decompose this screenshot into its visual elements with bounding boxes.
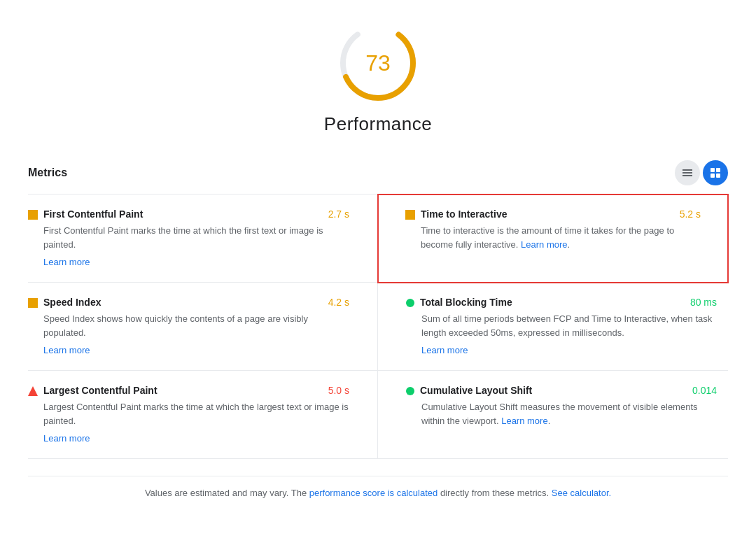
cls-description: Cumulative Layout Shift measures the mov… [406,400,717,427]
si-name: Speed Index [43,297,101,308]
svg-rect-5 [710,168,715,172]
metrics-header: Metrics [28,160,728,185]
score-section: 73 Performance [28,0,728,149]
tbt-description: Sum of all time periods between FCP and … [406,312,717,339]
si-status-icon [28,298,38,308]
fcp-description: First Contentful Paint marks the time at… [28,224,349,251]
metric-cls-title-row: Cumulative Layout Shift [406,385,532,396]
metrics-grid: First Contentful Paint 2.7 s First Conte… [28,194,728,459]
metric-si-header: Speed Index 4.2 s [28,297,349,308]
fcp-learn-more-link[interactable]: Learn more [28,257,90,267]
fcp-status-icon [28,210,38,220]
fcp-value: 2.7 s [328,208,349,220]
svg-rect-3 [682,172,692,174]
metric-fcp-header: First Contentful Paint 2.7 s [28,208,349,220]
lcp-value: 5.0 s [328,385,349,396]
metrics-title: Metrics [28,167,67,179]
cls-learn-more-inline-link[interactable]: Learn more [501,416,547,426]
si-value: 4.2 s [328,297,349,308]
metric-tti-header: Time to Interactive 5.2 s [405,208,701,220]
metric-cls: Cumulative Layout Shift 0.014 Cumulative… [378,371,728,459]
tti-value: 5.2 s [680,208,701,220]
svg-rect-8 [716,174,720,178]
metric-fcp-title-row: First Contentful Paint [28,208,143,220]
list-icon [681,167,694,179]
score-label: Performance [324,113,432,135]
footer: Values are estimated and may vary. The p… [28,476,728,498]
metric-lcp-header: Largest Contentful Paint 5.0 s [28,385,349,396]
lcp-description: Largest Contentful Paint marks the time … [28,400,349,427]
metric-cls-header: Cumulative Layout Shift 0.014 [406,385,717,396]
cls-status-icon [406,387,414,395]
si-learn-more-link[interactable]: Learn more [28,345,90,355]
lcp-learn-more-link[interactable]: Learn more [28,433,90,444]
metric-tbt-header: Total Blocking Time 80 ms [406,297,717,308]
metric-tbt-title-row: Total Blocking Time [406,297,512,308]
cls-value: 0.014 [692,385,717,396]
metrics-section: Metrics [28,160,728,459]
grid-view-button[interactable] [703,160,728,185]
metric-tbt: Total Blocking Time 80 ms Sum of all tim… [378,283,728,371]
metric-tti-title-row: Time to Interactive [405,208,507,220]
svg-rect-4 [682,175,692,176]
tbt-status-icon [406,299,414,307]
score-value: 73 [365,50,391,76]
lcp-status-icon [28,386,38,396]
svg-rect-6 [716,168,720,172]
list-view-button[interactable] [675,160,700,185]
score-gauge: 73 [336,21,420,105]
cls-name: Cumulative Layout Shift [420,385,532,396]
tbt-name: Total Blocking Time [420,297,512,308]
tti-description: Time to interactive is the amount of tim… [405,224,701,251]
si-description: Speed Index shows how quickly the conten… [28,312,349,339]
tti-name: Time to Interactive [421,208,507,220]
fcp-name: First Contentful Paint [43,208,143,220]
metric-si-title-row: Speed Index [28,297,101,308]
page-wrapper: 73 Performance Metrics [0,0,756,512]
svg-rect-7 [710,174,715,178]
tbt-value: 80 ms [690,297,717,308]
see-calculator-link[interactable]: See calculator. [552,488,611,498]
metrics-controls [675,160,728,185]
tbt-learn-more-link[interactable]: Learn more [406,345,468,355]
svg-rect-2 [682,169,692,171]
footer-text-middle: directly from these metrics. [440,488,552,498]
metric-fcp: First Contentful Paint 2.7 s First Conte… [28,194,378,283]
grid-icon [709,167,722,179]
tti-learn-more-inline-link[interactable]: Learn more [521,239,567,250]
footer-text-prefix: Values are estimated and may vary. The [145,488,309,498]
lcp-name: Largest Contentful Paint [43,385,158,396]
metric-lcp: Largest Contentful Paint 5.0 s Largest C… [28,371,378,459]
metric-si: Speed Index 4.2 s Speed Index shows how … [28,283,378,371]
metric-lcp-title-row: Largest Contentful Paint [28,385,158,396]
tti-status-icon [405,210,415,220]
metric-tti: Time to Interactive 5.2 s Time to intera… [377,194,729,283]
performance-score-link[interactable]: performance score is calculated [309,488,438,498]
